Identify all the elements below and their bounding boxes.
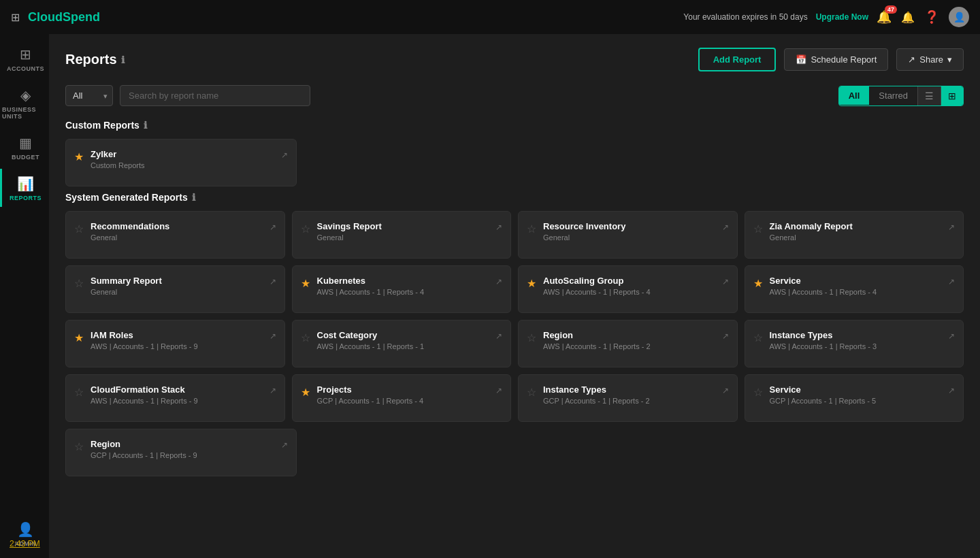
star-icon-autoscaling[interactable]: ★ (527, 277, 536, 290)
message-icon[interactable]: 🔔 47 (877, 10, 892, 24)
filter-select-wrap: All (65, 85, 113, 106)
chevron-down-icon: ▾ (947, 54, 952, 65)
report-card-zylker[interactable]: ★ Zylker Custom Reports ↗ (65, 139, 297, 186)
star-icon-instance-types-aws[interactable]: ☆ (753, 331, 763, 344)
card-info-zylker: Zylker Custom Reports (91, 149, 274, 169)
star-icon-kubernetes[interactable]: ★ (301, 277, 310, 290)
add-report-button[interactable]: Add Report (698, 48, 777, 71)
custom-reports-info-icon[interactable]: ℹ (144, 120, 147, 131)
system-reports-section: System Generated Reports ℹ ☆ Recommendat… (65, 192, 964, 476)
custom-reports-grid: ★ Zylker Custom Reports ↗ (65, 139, 297, 186)
external-link-recommendations[interactable]: ↗ (270, 223, 276, 232)
sidebar-item-accounts[interactable]: ⊞ ACCOUNTS (0, 39, 49, 78)
external-link-iam-roles[interactable]: ↗ (270, 331, 276, 341)
upgrade-button[interactable]: Upgrade Now (816, 12, 868, 22)
filter-row: All All Starred ☰ ⊞ (65, 85, 964, 106)
star-icon-service-gcp[interactable]: ☆ (753, 386, 763, 399)
report-card-zia-anomaly[interactable]: ☆ Zia Anomaly Report General ↗ (745, 211, 964, 259)
report-card-region-aws[interactable]: ☆ Region AWS | Accounts - 1 | Reports - … (518, 320, 738, 367)
report-card-projects-gcp[interactable]: ★ Projects GCP | Accounts - 1 | Reports … (292, 374, 512, 422)
report-card-kubernetes[interactable]: ★ Kubernetes AWS | Accounts - 1 | Report… (292, 265, 512, 313)
filter-select[interactable]: All (65, 85, 113, 106)
grid-icon[interactable]: ⊞ (11, 11, 20, 24)
reports-label: REPORTS (10, 195, 42, 201)
avatar[interactable]: 👤 (949, 7, 969, 27)
report-card-instance-types-gcp[interactable]: ☆ Instance Types GCP | Accounts - 1 | Re… (518, 374, 738, 422)
list-view-button[interactable]: ☰ (917, 86, 941, 105)
grid-view-button[interactable]: ⊞ (941, 86, 963, 105)
sidebar-item-business-units[interactable]: ◈ BUSINESS UNITS (0, 80, 49, 125)
external-link-region-aws[interactable]: ↗ (722, 331, 729, 341)
sidebar-item-budget[interactable]: ▦ BUDGET (0, 128, 49, 166)
external-link-autoscaling[interactable]: ↗ (722, 277, 729, 286)
time-display: 2:43 PM (10, 539, 40, 548)
eval-text: Your evaluation expires in 50 days (683, 12, 807, 22)
header-row: Reports ℹ Add Report 📅 Schedule Report ↗… (65, 48, 964, 71)
report-card-resource-inventory[interactable]: ☆ Resource Inventory General ↗ (518, 211, 738, 259)
sidebar-item-reports[interactable]: 📊 REPORTS (0, 169, 49, 207)
logo-cloud: Cloud (28, 10, 63, 24)
external-link-service-gcp[interactable]: ↗ (948, 386, 955, 395)
star-icon-region-gcp[interactable]: ☆ (74, 440, 84, 453)
report-card-iam-roles[interactable]: ★ IAM Roles AWS | Accounts - 1 | Reports… (65, 320, 285, 367)
star-icon-recommendations[interactable]: ☆ (74, 223, 84, 235)
topbar-icons: 🔔 47 🔔 ❓ 👤 (877, 7, 969, 27)
view-toggle-group: All Starred ☰ ⊞ (838, 86, 964, 106)
help-icon[interactable]: ❓ (924, 10, 939, 24)
external-link-resource-inventory[interactable]: ↗ (722, 223, 729, 232)
report-card-service-gcp[interactable]: ☆ Service GCP | Accounts - 1 | Reports -… (745, 374, 964, 422)
star-icon-zylker[interactable]: ★ (74, 150, 84, 163)
view-starred-button[interactable]: Starred (869, 86, 917, 105)
external-link-instance-types-aws[interactable]: ↗ (948, 331, 955, 341)
report-card-region-gcp[interactable]: ☆ Region GCP | Accounts - 1 | Reports - … (65, 429, 297, 476)
star-icon-zia-anomaly[interactable]: ☆ (753, 223, 763, 235)
system-reports-row2: ☆ Summary Report General ↗ ★ Kubernetes … (65, 265, 964, 313)
external-link-projects-gcp[interactable]: ↗ (495, 386, 502, 395)
report-card-instance-types-aws[interactable]: ☆ Instance Types AWS | Accounts - 1 | Re… (745, 320, 964, 367)
report-card-summary[interactable]: ☆ Summary Report General ↗ (65, 265, 285, 313)
external-link-cost-category[interactable]: ↗ (495, 331, 502, 341)
view-all-button[interactable]: All (839, 86, 870, 105)
star-icon-projects-gcp[interactable]: ★ (301, 386, 310, 399)
card-subtitle-zylker: Custom Reports (91, 161, 274, 169)
title-info-icon[interactable]: ℹ (121, 54, 125, 65)
share-button[interactable]: ↗ Share ▾ (896, 48, 964, 71)
external-link-summary[interactable]: ↗ (270, 277, 276, 286)
star-icon-instance-types-gcp[interactable]: ☆ (527, 386, 536, 399)
schedule-report-button[interactable]: 📅 Schedule Report (784, 48, 888, 71)
custom-reports-title: Custom Reports ℹ (65, 120, 964, 131)
report-card-service-aws[interactable]: ★ Service AWS | Accounts - 1 | Reports -… (745, 265, 964, 313)
external-link-instance-types-gcp[interactable]: ↗ (722, 386, 729, 395)
report-card-savings[interactable]: ☆ Savings Report General ↗ (292, 211, 512, 259)
external-link-savings[interactable]: ↗ (495, 223, 502, 232)
admin-icon: 👤 (17, 521, 34, 538)
star-icon-savings[interactable]: ☆ (301, 223, 310, 235)
share-icon: ↗ (908, 54, 915, 65)
star-icon-cost-category[interactable]: ☆ (301, 331, 310, 344)
report-card-recommendations[interactable]: ☆ Recommendations General ↗ (65, 211, 285, 259)
star-icon-iam-roles[interactable]: ★ (74, 331, 84, 344)
report-card-cost-category[interactable]: ☆ Cost Category AWS | Accounts - 1 | Rep… (292, 320, 512, 367)
external-link-zia-anomaly[interactable]: ↗ (948, 223, 955, 232)
star-icon-summary[interactable]: ☆ (74, 277, 84, 290)
star-icon-service-aws[interactable]: ★ (753, 277, 763, 290)
external-link-kubernetes[interactable]: ↗ (495, 277, 502, 286)
external-link-cloudformation[interactable]: ↗ (270, 386, 276, 395)
external-link-service-aws[interactable]: ↗ (948, 277, 955, 286)
search-input[interactable] (120, 85, 310, 106)
main-layout: ⊞ ACCOUNTS ◈ BUSINESS UNITS ▦ BUDGET 📊 R… (0, 34, 980, 558)
content-area: Reports ℹ Add Report 📅 Schedule Report ↗… (49, 34, 980, 558)
business-units-label: BUSINESS UNITS (2, 106, 49, 120)
external-link-zylker[interactable]: ↗ (281, 150, 288, 160)
star-icon-cloudformation[interactable]: ☆ (74, 386, 84, 399)
custom-reports-section: Custom Reports ℹ ★ Zylker Custom Reports… (65, 120, 964, 186)
bell-icon[interactable]: 🔔 (901, 11, 915, 24)
external-link-region-gcp[interactable]: ↗ (281, 440, 288, 450)
star-icon-resource-inventory[interactable]: ☆ (527, 223, 536, 235)
star-icon-region-aws[interactable]: ☆ (527, 331, 536, 344)
report-card-autoscaling[interactable]: ★ AutoScaling Group AWS | Accounts - 1 |… (518, 265, 738, 313)
reports-icon: 📊 (17, 176, 34, 192)
system-reports-title: System Generated Reports ℹ (65, 192, 964, 203)
report-card-cloudformation[interactable]: ☆ CloudFormation Stack AWS | Accounts - … (65, 374, 285, 422)
system-reports-info-icon[interactable]: ℹ (192, 192, 195, 203)
